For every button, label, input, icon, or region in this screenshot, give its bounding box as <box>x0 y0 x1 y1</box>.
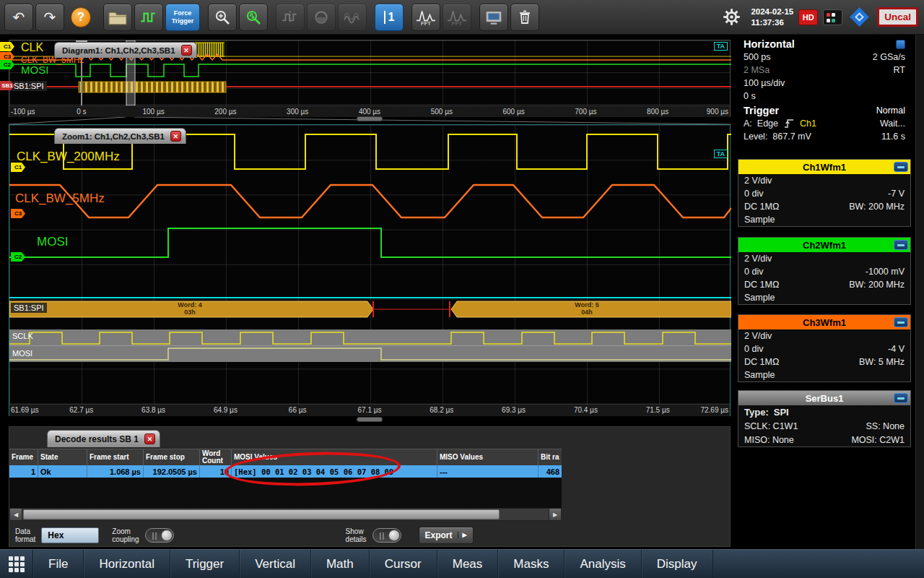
cursor-waveform-button[interactable] <box>276 4 305 31</box>
ch3-panel[interactable]: Ch3Wfm1 2 V/div 0 div-4 V DC 1MΩBW: 5 MH… <box>738 314 911 382</box>
screenshot-button[interactable] <box>479 4 508 31</box>
scrollbar-thumb[interactable] <box>23 509 500 519</box>
settings-sidebar: Horizontal 500 ps2 GSa/s 2 MSaRT 100 µs/… <box>736 35 914 549</box>
open-file-button[interactable] <box>103 4 132 31</box>
toggle-knob[interactable] <box>388 530 400 541</box>
minimize-button[interactable] <box>894 393 908 403</box>
show-details-toggle[interactable] <box>372 528 401 543</box>
ch3-bandwidth-value: BW: 5 MHz <box>859 357 905 367</box>
menu-item-vertical[interactable]: Vertical <box>240 550 311 578</box>
serbus-title: SerBus1 <box>806 393 844 404</box>
help-button[interactable]: ? <box>66 4 95 31</box>
diagram1-tab[interactable]: Diagram1: Ch1,Ch2,Ch3,SB1 ✕ <box>54 42 197 58</box>
show-details-label: Show details <box>346 527 367 543</box>
trigger-level-label: Level: <box>744 131 767 142</box>
horizontal-panel[interactable]: Horizontal 500 ps2 GSa/s 2 MSaRT 100 µs/… <box>738 38 911 103</box>
toggle-knob[interactable] <box>161 530 173 541</box>
axis-tick: 67.1 µs <box>357 406 381 414</box>
delete-button[interactable] <box>510 4 539 31</box>
minimize-icon <box>897 397 905 400</box>
zoom1-tab[interactable]: Zoom1: Ch1,Ch2,Ch3,SB1 ✕ <box>54 128 186 144</box>
menu-item-cursor[interactable]: Cursor <box>370 550 437 578</box>
undo-button[interactable]: ↶ <box>4 4 33 31</box>
ch1-panel[interactable]: Ch1Wfm1 2 V/div 0 div-7 V DC 1MΩBW: 200 … <box>738 159 911 227</box>
serbus-ss-value: SS: None <box>866 421 905 431</box>
svg-text:FFT: FFT <box>452 20 462 25</box>
trigger-title: Trigger <box>744 105 779 116</box>
fft-disabled-button[interactable]: FFT <box>443 4 471 31</box>
data-format-dropdown[interactable]: Hex <box>41 527 99 543</box>
menu-item-masks[interactable]: Masks <box>498 550 565 578</box>
right-arrow-icon: ▶ <box>553 512 557 518</box>
scroll-left-button[interactable]: ◀ <box>10 509 22 520</box>
zoom-coupling-toggle[interactable] <box>145 528 174 543</box>
close-icon[interactable]: ✕ <box>144 434 155 444</box>
search-button[interactable] <box>239 4 268 31</box>
serbus-panel[interactable]: SerBus1 Type:SPI SCLK: C1W1SS: None MISO… <box>738 390 911 447</box>
decode-horizontal-scrollbar[interactable]: ◀ ▶ <box>9 508 562 521</box>
timebase-scale-value: 100 µs/div <box>744 78 785 88</box>
top-toolbar: ↶ ↷ ? Force Trigger 1 <box>0 0 924 35</box>
decode-controls-bar: Data format Hex Zoom coupling Show detai… <box>9 522 731 548</box>
minimize-button[interactable] <box>894 317 908 327</box>
cell-frame-stop: 192.0505 µs <box>144 465 200 478</box>
trigger-level-value: 867.7 mV <box>772 131 811 142</box>
axis-tick: 61.69 µs <box>11 406 39 414</box>
zoom1-window: CLK_BW_200MHz CLK_BW_5MHz MOSI SB1:SPI W… <box>9 124 731 416</box>
scrollbar-track[interactable] <box>22 509 549 520</box>
zoom1-time-axis: 61.69 µs 62.7 µs 63.8 µs 64.9 µs 66 µs 6… <box>9 404 730 416</box>
redo-button[interactable]: ↷ <box>35 4 64 31</box>
close-icon[interactable]: ✕ <box>181 45 192 56</box>
reference-waveform-button[interactable] <box>338 4 367 31</box>
menu-item-horizontal[interactable]: Horizontal <box>84 550 170 578</box>
menu-item-trigger[interactable]: Trigger <box>170 550 240 578</box>
export-button[interactable]: Export ▶ <box>419 527 474 544</box>
screenshot-icon <box>484 9 503 26</box>
menu-item-math[interactable]: Math <box>311 550 370 578</box>
waveform-generator-button[interactable] <box>134 4 163 31</box>
apps-grid-icon <box>9 556 25 572</box>
trigger-panel[interactable]: Trigger Normal A: Edge Ch1 Wait... Level… <box>738 104 911 143</box>
force-trigger-button[interactable]: Force Trigger <box>165 4 200 31</box>
splitter-handle[interactable] <box>357 417 383 422</box>
axis-tick: 63.8 µs <box>141 406 165 414</box>
scroll-right-button[interactable]: ▶ <box>549 509 561 520</box>
svg-text:FFT: FFT <box>421 20 431 25</box>
fft-button[interactable]: FFT <box>411 4 440 31</box>
menu-item-analysis[interactable]: Analysis <box>565 550 641 578</box>
cell-frame: 1 <box>9 465 38 478</box>
settings-button[interactable] <box>717 4 746 31</box>
close-icon[interactable]: ✕ <box>170 131 181 142</box>
serbus-type-value: SPI <box>774 407 789 418</box>
column-header: Frame <box>9 449 38 465</box>
reference-waveform-icon <box>343 9 362 25</box>
mask-test-button[interactable] <box>307 4 336 31</box>
zoom-one-button[interactable]: 1 <box>375 4 404 31</box>
menu-item-display[interactable]: Display <box>642 550 713 578</box>
trigger-holdoff-value: 11.6 s <box>881 131 905 142</box>
splitter-handle[interactable] <box>357 116 383 121</box>
apps-menu-button[interactable] <box>0 550 33 578</box>
ch3-position-value: 0 div <box>744 344 763 354</box>
menu-item-meas[interactable]: Meas <box>437 550 499 578</box>
ch2-coupling-value: DC 1MΩ <box>744 280 779 290</box>
zoom-in-button[interactable] <box>208 4 237 31</box>
ch2-panel[interactable]: Ch2Wfm1 2 V/div 0 div-1000 mV DC 1MΩBW: … <box>738 237 911 305</box>
decode-results-tab[interactable]: Decode results SB 1 ✕ <box>47 430 160 447</box>
sidebar-scrollbar[interactable] <box>915 35 924 549</box>
ch1-coupling-value: DC 1MΩ <box>744 202 779 212</box>
rohde-schwarz-logo <box>847 7 872 27</box>
sclk-digital-label: SCLK <box>12 332 33 340</box>
bottom-menu-bar: File Horizontal Trigger Vertical Math Cu… <box>0 549 924 578</box>
clk-trace-label: CLK <box>21 41 43 54</box>
minimize-button[interactable] <box>894 162 908 172</box>
horizontal-options-icon[interactable] <box>896 40 905 49</box>
column-header: Frame stop <box>144 449 200 465</box>
zoom1-plot-area[interactable]: CLK_BW_200MHz CLK_BW_5MHz MOSI SB1:SPI W… <box>9 125 730 404</box>
serbus-mosi-value: MOSI: C2W1 <box>851 435 905 445</box>
minimize-button[interactable] <box>894 240 908 250</box>
ch1-offset-value: -7 V <box>888 189 905 199</box>
toggle-grip-icon <box>152 532 154 540</box>
ch3-coupling-value: DC 1MΩ <box>744 357 779 367</box>
menu-item-file[interactable]: File <box>33 550 84 578</box>
